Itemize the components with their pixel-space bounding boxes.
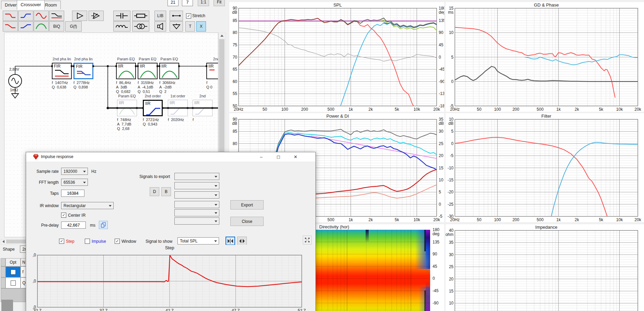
- bandpass-filter-button[interactable]: [34, 11, 49, 21]
- export-signal-combo-1[interactable]: [174, 173, 219, 180]
- impulse-response-dialog: Impulse response – ◻ ✕ Sample rate 19200…: [26, 152, 316, 311]
- close-dialog-button[interactable]: Close: [230, 217, 264, 226]
- opt-checkbox-cell-f[interactable]: [5, 266, 21, 277]
- schematic-block[interactable]: 2ndIIRfQ 0: [206, 63, 218, 79]
- chart-step-svg: 1,00,0-1,032,737,742,747,752,7Step: [33, 245, 311, 311]
- chevron-down-icon: [215, 194, 217, 196]
- minimize-button[interactable]: –: [253, 152, 269, 162]
- opt-column-header[interactable]: Opt: [5, 258, 21, 266]
- export-signal-combo-2[interactable]: [174, 182, 219, 189]
- svg-text:5k: 5k: [395, 107, 400, 112]
- center-ir-label: Center IR: [68, 213, 85, 218]
- step-checkbox-label: Step: [66, 239, 74, 244]
- expand-time-button[interactable]: [237, 237, 247, 245]
- highpass-filter-button[interactable]: [18, 11, 33, 21]
- chevron-down-icon: [215, 185, 217, 187]
- svg-text:30: 30: [449, 252, 454, 257]
- export-signal-combo-4[interactable]: [174, 201, 219, 208]
- predelay-label: Pre-delay: [30, 223, 59, 228]
- speaker-button[interactable]: [154, 21, 166, 32]
- export-signal-combo-6[interactable]: [174, 217, 219, 225]
- signal-d-button[interactable]: D: [150, 187, 159, 196]
- svg-text:Power & DI: Power & DI: [326, 113, 349, 119]
- svg-text:80: 80: [233, 141, 238, 146]
- schematic-block[interactable]: 1st orderIIRf 2020Hz: [168, 100, 188, 116]
- gain-function-button[interactable]: G(f): [65, 21, 82, 32]
- shelf-filter-button[interactable]: [49, 11, 64, 21]
- scroll-up-icon[interactable]: [219, 33, 225, 38]
- opamp-button[interactable]: [89, 11, 104, 21]
- svg-text:45: 45: [433, 264, 437, 269]
- transformer-button[interactable]: [132, 21, 149, 32]
- schematic-block[interactable]: Param EQIIRf 3159HzA -4,1dBQ 0,51: [138, 63, 158, 79]
- impulse-checkbox[interactable]: [85, 239, 90, 244]
- peak-filter-button[interactable]: [34, 21, 49, 32]
- block-type: IIR: [118, 64, 123, 69]
- stretch-checkbox[interactable]: ✓: [186, 13, 191, 19]
- capacitor-button[interactable]: [113, 11, 130, 21]
- schematic-block[interactable]: 2nd pha linFIRf 2778HzQ 0,898: [73, 63, 93, 79]
- schematic-block[interactable]: 2nd orderIIRf 2721HzQ 0,943: [143, 100, 163, 116]
- svg-text:1k: 1k: [556, 217, 561, 222]
- opt-checkbox-cell-q[interactable]: [5, 277, 21, 288]
- opt-checkbox-f[interactable]: [11, 270, 16, 275]
- export-signal-combo-5[interactable]: [174, 209, 219, 216]
- taps-input[interactable]: [61, 190, 84, 197]
- svg-text:50: 50: [477, 217, 482, 222]
- step-checkbox[interactable]: ✓: [59, 239, 64, 244]
- schematic-block[interactable]: Param EQIIRf 86,4HzA 3dBQ 0,682: [116, 63, 136, 79]
- delete-tool-button[interactable]: X: [196, 21, 206, 32]
- schematic-block[interactable]: 2nd pha linFIRf 1407HzQ 0,638: [52, 63, 72, 79]
- biquad-button[interactable]: BiQ: [49, 21, 64, 32]
- grid-height-input[interactable]: [182, 0, 193, 6]
- export-button[interactable]: Export: [230, 200, 264, 210]
- svg-text:100: 100: [494, 107, 501, 112]
- schematic-block[interactable]: Param EQIIRf 3066HzA -2dBQ 2: [159, 63, 179, 79]
- shelf-up-filter-button[interactable]: [18, 21, 33, 32]
- grid-width-input[interactable]: [168, 0, 179, 6]
- bottom-left-button[interactable]: [1, 300, 13, 311]
- text-tool-button[interactable]: T: [185, 21, 195, 32]
- shelf-down-filter-button[interactable]: [3, 21, 18, 32]
- svg-text:200: 200: [513, 107, 519, 112]
- window-checkbox-label: Window: [122, 239, 136, 244]
- block-label: Param EQ: [160, 57, 178, 61]
- dialog-titlebar[interactable]: Impulse response – ◻ ✕: [26, 152, 315, 162]
- lib-component-button[interactable]: LIB: [154, 11, 166, 21]
- fft-length-combo[interactable]: 65536: [61, 179, 88, 186]
- predelay-input[interactable]: [61, 222, 86, 229]
- resistor-button[interactable]: [132, 11, 149, 21]
- collapse-time-button[interactable]: [226, 237, 235, 245]
- ir-window-combo[interactable]: Rectangular: [61, 202, 114, 209]
- svg-text:20k: 20k: [634, 217, 641, 222]
- lowpass-icon: [4, 12, 16, 19]
- svg-text:dB: dB: [232, 121, 237, 126]
- speaker-icon: [157, 23, 164, 30]
- signal-b-button[interactable]: B: [161, 187, 171, 196]
- schematic-block[interactable]: 2ndIIRf: [193, 100, 212, 116]
- svg-text:135: 135: [433, 240, 439, 244]
- center-ir-checkbox[interactable]: ✓: [61, 213, 66, 218]
- tab-crossover[interactable]: Crossover: [17, 0, 45, 10]
- window-checkbox[interactable]: ✓: [115, 239, 120, 244]
- zoom-1to1-button[interactable]: 1:1: [198, 0, 209, 6]
- lowpass-filter-button[interactable]: [3, 11, 18, 21]
- row-gutter[interactable]: [1, 277, 5, 288]
- zoom-fit-button[interactable]: Fit: [214, 0, 225, 6]
- close-button[interactable]: ✕: [288, 152, 303, 162]
- buffer-button[interactable]: [72, 11, 87, 21]
- inductor-button[interactable]: [113, 21, 130, 32]
- sample-rate-combo[interactable]: 192000: [61, 168, 88, 175]
- signal-to-show-combo[interactable]: Total SPL: [177, 237, 219, 244]
- block-values: f 3066HzA -2dBQ 2: [159, 81, 175, 94]
- copy-predelay-button[interactable]: [99, 221, 108, 229]
- row-gutter[interactable]: [1, 266, 5, 277]
- ground-button[interactable]: [170, 21, 183, 32]
- wire-button[interactable]: [170, 11, 183, 21]
- opt-checkbox-q[interactable]: [11, 280, 16, 286]
- schematic-block[interactable]: Param EQIIRf 748HzA 7,7dBQ 2,68: [117, 100, 137, 116]
- maximize-button[interactable]: ◻: [271, 152, 286, 162]
- maximize-chart-button[interactable]: [303, 236, 312, 244]
- scroll-left-icon[interactable]: [1, 239, 6, 244]
- export-signal-combo-3[interactable]: [174, 191, 219, 199]
